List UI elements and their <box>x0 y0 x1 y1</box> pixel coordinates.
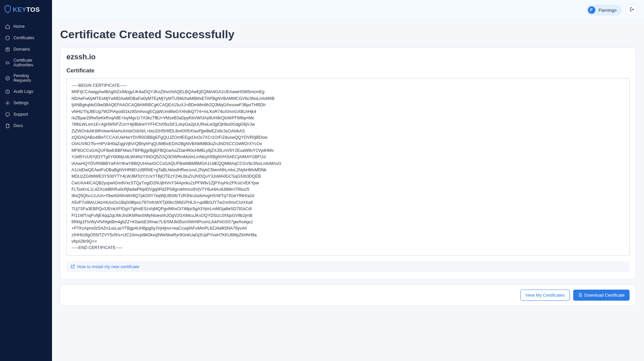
content: Certificate Created Successfully ezssh.i… <box>52 20 644 316</box>
nav-label: Docs <box>13 123 23 128</box>
audit-icon <box>5 89 10 94</box>
nav-item-audit[interactable]: Audit Logs <box>0 86 52 97</box>
nav-label: Pending Requests <box>13 73 47 83</box>
download-label: Download Certificate <box>584 293 625 298</box>
nav-label: Settings <box>13 101 29 105</box>
main: F Flamingo Certificate Created Successfu… <box>52 0 644 361</box>
nav: Home Certificates Domains Certificate Au… <box>0 21 52 131</box>
certificate-card: ezssh.io Certificate -----BEGIN CERTIFIC… <box>60 48 636 279</box>
external-link-icon <box>70 264 75 269</box>
nav-item-support[interactable]: Support <box>0 109 52 120</box>
card-domain-header: ezssh.io <box>60 48 636 65</box>
nav-label: Home <box>13 24 24 29</box>
nav-item-docs[interactable]: Docs <box>0 120 52 131</box>
nav-label: Support <box>13 112 28 117</box>
page-title: Certificate Created Successfully <box>60 28 636 41</box>
svg-point-4 <box>7 102 8 104</box>
brand-logo: KEYTOS <box>0 0 52 21</box>
install-link[interactable]: How to install my new certificate <box>77 264 139 269</box>
home-icon <box>5 24 10 29</box>
support-icon <box>5 112 10 117</box>
domains-icon <box>5 47 10 52</box>
nav-label: Domains <box>13 47 30 52</box>
nav-item-pending[interactable]: Pending Requests <box>0 70 52 86</box>
username: Flamingo <box>599 8 616 13</box>
certificate-label: Certificate <box>66 67 630 74</box>
download-icon <box>578 293 582 297</box>
svg-point-1 <box>6 62 9 64</box>
nav-item-domains[interactable]: Domains <box>0 44 52 55</box>
user-chip[interactable]: F Flamingo <box>586 5 622 15</box>
docs-icon <box>5 123 10 128</box>
nav-item-home[interactable]: Home <box>0 21 52 32</box>
download-certificate-button[interactable]: Download Certificate <box>573 290 630 301</box>
nav-label: Certificates <box>13 36 35 40</box>
ca-icon <box>5 60 10 65</box>
topbar: F Flamingo <box>52 0 644 20</box>
actions-card: View My Certificates Download Certificat… <box>60 285 636 306</box>
certificate-textbox[interactable]: -----BEGIN CERTIFICATE----- MIIFIjCCAwqg… <box>66 78 630 256</box>
nav-label: Certificate Authorities <box>13 58 47 67</box>
install-link-bar: How to install my new certificate <box>66 261 630 272</box>
certificate-icon <box>5 35 10 41</box>
nav-item-ca[interactable]: Certificate Authorities <box>0 55 52 70</box>
settings-icon <box>5 100 10 106</box>
brand-name: KEYTOS <box>13 6 40 13</box>
view-certificates-button[interactable]: View My Certificates <box>521 290 570 301</box>
pending-icon <box>5 75 10 81</box>
sidebar: KEYTOS Home Certificates Domains Certi <box>0 0 52 361</box>
shield-icon <box>4 5 11 15</box>
logout-icon <box>629 7 634 13</box>
logout-button[interactable] <box>627 5 637 15</box>
nav-label: Audit Logs <box>13 89 33 94</box>
card-body: Certificate -----BEGIN CERTIFICATE----- … <box>60 65 636 279</box>
avatar: F <box>588 6 595 14</box>
nav-item-settings[interactable]: Settings <box>0 97 52 109</box>
nav-item-certificates[interactable]: Certificates <box>0 32 52 44</box>
